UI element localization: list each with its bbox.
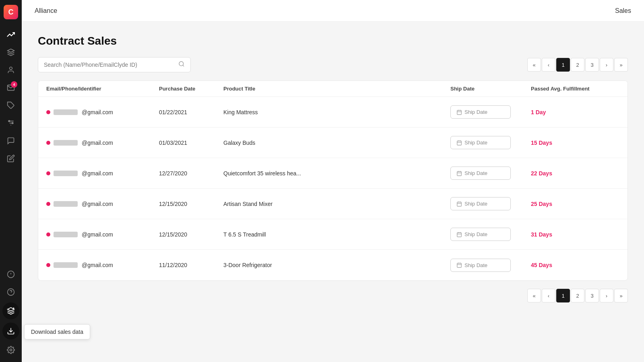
ship-date-button-0[interactable]: Ship Date: [450, 105, 511, 119]
ship-date-button-5[interactable]: Ship Date: [450, 259, 511, 272]
email-suffix-3: @gmail.com: [82, 201, 113, 207]
cell-ship-date-5: Ship Date: [450, 259, 531, 272]
main-content: Alliance Sales Contract Sales « ‹ 1 2 3: [22, 0, 644, 362]
search-box[interactable]: [38, 57, 191, 72]
product-title-2: Quietcomfort 35 wireless hea...: [223, 170, 301, 177]
svg-rect-32: [457, 202, 462, 206]
table-row: @gmail.com 01/03/2021 Galaxy Buds Ship D…: [38, 128, 627, 158]
email-blur-1: [54, 140, 78, 146]
table-header: Email/Phone/Identifier Purchase Date Pro…: [38, 81, 627, 97]
sidebar-item-users[interactable]: [4, 63, 18, 77]
cell-email-1: @gmail.com: [46, 140, 159, 146]
email-suffix-5: @gmail.com: [82, 262, 113, 268]
email-blur-4: [54, 232, 78, 237]
app-logo[interactable]: C: [4, 5, 18, 19]
ship-date-label-0: Ship Date: [464, 109, 487, 115]
status-dot-1: [46, 141, 50, 145]
page-next-bottom[interactable]: ›: [600, 289, 613, 302]
page-first-top[interactable]: «: [527, 58, 541, 72]
nav-title: Alliance: [35, 7, 57, 14]
sidebar-item-tags[interactable]: [4, 98, 18, 113]
table-row: @gmail.com 12/15/2020 Artisan Stand Mixe…: [38, 189, 627, 219]
calendar-icon-4: [456, 232, 462, 237]
page-last-top[interactable]: »: [614, 58, 628, 72]
page-1-top[interactable]: 1: [556, 58, 570, 72]
calendar-icon-5: [456, 262, 462, 268]
calendar-icon-2: [456, 171, 462, 176]
sidebar-item-settings[interactable]: [4, 343, 18, 357]
product-title-3: Artisan Stand Mixer: [223, 201, 272, 207]
topbar: Alliance Sales: [22, 0, 644, 22]
cell-ship-date-2: Ship Date: [450, 167, 531, 180]
inbox-badge: 4: [11, 81, 17, 88]
content-area: Contract Sales « ‹ 1 2 3 › »: [22, 22, 644, 362]
sales-table: Email/Phone/Identifier Purchase Date Pro…: [38, 80, 628, 281]
purchase-date-1: 01/03/2021: [159, 140, 187, 146]
email-blur-5: [54, 262, 78, 268]
fulfillment-value-0: 1 Day: [531, 109, 546, 115]
purchase-date-2: 12/27/2020: [159, 170, 187, 177]
cell-fulfillment-4: 31 Days: [531, 231, 619, 238]
sidebar-item-inbox[interactable]: 4: [4, 80, 18, 95]
fulfillment-value-1: 15 Days: [531, 140, 552, 146]
ship-date-label-3: Ship Date: [464, 201, 487, 207]
cell-product-title-0: King Mattress: [223, 109, 450, 115]
col-email: Email/Phone/Identifier: [46, 86, 159, 92]
page-2-top[interactable]: 2: [571, 58, 584, 72]
cell-purchase-date-2: 12/27/2020: [159, 170, 223, 177]
cell-purchase-date-3: 12/15/2020: [159, 201, 223, 207]
ship-date-button-1[interactable]: Ship Date: [450, 136, 511, 149]
sidebar-item-chat[interactable]: [4, 134, 18, 148]
page-prev-bottom[interactable]: ‹: [542, 289, 555, 302]
download-fab-button[interactable]: [2, 323, 19, 339]
page-prev-top[interactable]: ‹: [542, 58, 555, 72]
svg-rect-24: [457, 141, 462, 145]
product-title-0: King Mattress: [223, 109, 258, 115]
sidebar-item-trending[interactable]: [4, 27, 18, 42]
email-blur-0: [54, 109, 78, 115]
bottom-controls: « ‹ 1 2 3 › »: [38, 289, 628, 302]
cell-fulfillment-5: 45 Days: [531, 262, 619, 268]
purchase-date-0: 01/22/2021: [159, 109, 187, 115]
cell-purchase-date-5: 11/12/2020: [159, 262, 223, 268]
page-3-top[interactable]: 3: [585, 58, 599, 72]
page-title: Contract Sales: [38, 35, 628, 47]
cell-purchase-date-1: 01/03/2021: [159, 140, 223, 146]
fab-layers-button[interactable]: [2, 302, 19, 319]
page-next-top[interactable]: ›: [600, 58, 613, 72]
status-dot-2: [46, 171, 50, 175]
ship-date-button-4[interactable]: Ship Date: [450, 228, 511, 241]
sidebar-item-layers[interactable]: [4, 45, 18, 60]
col-fulfillment: Passed Avg. Fulfillment: [531, 86, 619, 92]
col-product-title: Product Title: [223, 86, 450, 92]
email-blur-2: [54, 171, 78, 176]
page-1-bottom[interactable]: 1: [556, 289, 570, 302]
ship-date-button-2[interactable]: Ship Date: [450, 167, 511, 180]
page-last-bottom[interactable]: »: [614, 289, 628, 302]
sidebar-item-edit[interactable]: [4, 151, 18, 166]
ship-date-label-1: Ship Date: [464, 140, 487, 146]
product-title-4: T 6.5 S Treadmill: [223, 231, 266, 238]
purchase-date-4: 12/15/2020: [159, 231, 187, 238]
pagination-bottom: « ‹ 1 2 3 › »: [527, 289, 628, 302]
page-3-bottom[interactable]: 3: [585, 289, 599, 302]
cell-purchase-date-4: 12/15/2020: [159, 231, 223, 238]
calendar-icon-0: [456, 109, 462, 115]
sidebar-item-info[interactable]: [4, 267, 18, 282]
sidebar-item-help[interactable]: [4, 285, 18, 299]
ship-date-button-3[interactable]: Ship Date: [450, 197, 511, 210]
col-ship-date: Ship Date: [450, 86, 531, 92]
ship-date-label-2: Ship Date: [464, 170, 487, 176]
svg-point-7: [12, 122, 13, 123]
section-title: Sales: [615, 7, 631, 14]
page-2-bottom[interactable]: 2: [571, 289, 584, 302]
download-tooltip: Download sales data: [24, 324, 90, 339]
product-title-1: Galaxy Buds: [223, 140, 255, 146]
pagination-top: « ‹ 1 2 3 › »: [527, 58, 628, 72]
fulfillment-value-5: 45 Days: [531, 262, 552, 268]
cell-purchase-date-0: 01/22/2021: [159, 109, 223, 115]
page-first-bottom[interactable]: «: [527, 289, 541, 302]
sidebar-item-filters[interactable]: [4, 116, 18, 130]
cell-ship-date-1: Ship Date: [450, 136, 531, 149]
search-input[interactable]: [44, 62, 175, 68]
